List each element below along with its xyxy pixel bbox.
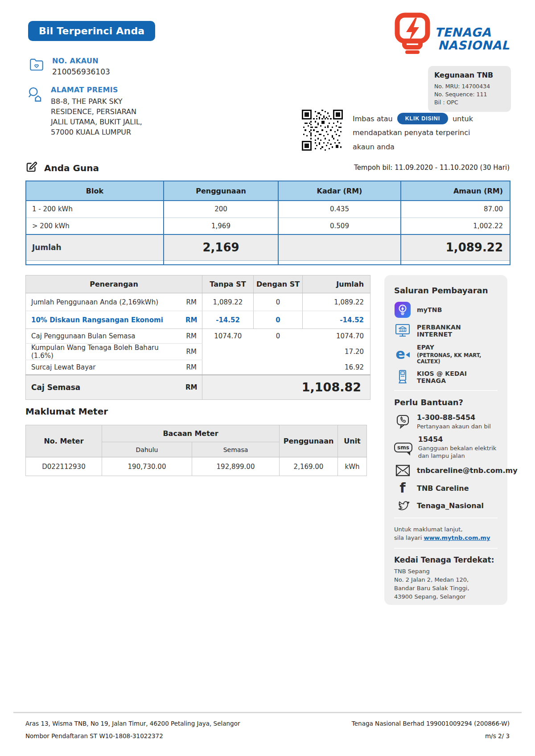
premise-address-line: JALIL UTAMA, BUKIT JALIL,	[51, 117, 142, 127]
usage-total-kwh: 2,169	[164, 234, 278, 260]
charge-row: Jumlah Penggunaan Anda (2,169kWh) RM 1,0…	[26, 293, 370, 311]
usage-total-row: Jumlah 2,169 1,089.22	[26, 234, 510, 260]
col-semasa: Semasa	[192, 442, 280, 457]
scan-note-pre: Imbas atau	[353, 115, 393, 123]
footer-address: Aras 13, Wisma TNB, No 19, Jalan Timur, …	[25, 717, 240, 730]
premise-address-line: RESIDENCE, PERSIARAN	[51, 107, 142, 117]
meter-table: No. Meter Bacaan Meter Penggunaan Unit D…	[25, 425, 367, 476]
sequence-number: No. Sequence: 111	[434, 90, 505, 99]
bill-title-badge: Bil Terperinci Anda	[28, 21, 155, 41]
col-tanpa-st: Tanpa ST	[202, 275, 254, 293]
envelope-icon	[394, 464, 411, 477]
current-charges-row: Caj Semasa RM 1,108.82	[26, 375, 370, 400]
usage-total-label: Jumlah	[26, 234, 164, 260]
col-bacaan-meter: Bacaan Meter	[102, 425, 280, 442]
klik-disini-button[interactable]: KLIK DISINI	[397, 113, 448, 124]
footer-registration: Nombor Pendaftaran ST W10-1808-31022372	[25, 730, 240, 742]
col-kadar: Kadar (RM)	[278, 181, 401, 201]
meter-number: D022112930	[26, 457, 102, 476]
help-item-facebook: f TNB Careline	[394, 481, 498, 495]
search-home-icon	[27, 86, 44, 137]
bil-type: Bil : OPC	[434, 99, 505, 107]
tnb-usage-box: Kegunaan TNB No. MRU: 14700434 No. Seque…	[428, 66, 511, 112]
billing-period: Tempoh bil: 11.09.2020 - 11.10.2020 (30 …	[354, 164, 510, 172]
internet-banking-icon	[394, 323, 411, 338]
store-line: 43900 Sepang, Selangor	[394, 592, 498, 601]
payment-item-epay: e EPAY (PETRONAS, KK MART, CALTEX)	[394, 343, 498, 365]
mru-number: No. MRU: 14700434	[434, 82, 505, 90]
meter-data-row: D022112930 190,730.00 192,899.00 2,169.0…	[26, 457, 367, 476]
charge-row: Caj Penggunaan Bulan Semasa RM 1074.70 0…	[26, 329, 370, 344]
col-amaun: Amaun (RM)	[401, 181, 510, 201]
help-item-sms: sms 15454 Gangguan bekalan elektrik dan …	[394, 435, 498, 460]
scan-note: Imbas atau KLIK DISINI untuk mendapatkan…	[353, 111, 482, 154]
current-charges-label: Caj Semasa	[26, 375, 181, 400]
qr-code	[302, 110, 343, 151]
page-footer: Aras 13, Wisma TNB, No 19, Jalan Timur, …	[13, 712, 522, 742]
epay-partners: (PETRONAS, KK MART, CALTEX)	[417, 352, 498, 365]
help-item-twitter: Tenaga_Nasional	[394, 500, 498, 512]
bill-page: Bil Terperinci Anda TENAGA NASIONAL NO. …	[0, 0, 535, 756]
col-no-meter: No. Meter	[26, 425, 102, 457]
col-dengan-st: Dengan ST	[254, 275, 303, 293]
careline-number: 1-300-88-5454	[417, 413, 491, 422]
premise-block: ALAMAT PREMIS B8-8, THE PARK SKY RESIDEN…	[27, 86, 142, 137]
footer-left: Aras 13, Wisma TNB, No 19, Jalan Timur, …	[25, 717, 240, 742]
col-unit: Unit	[338, 425, 367, 457]
usage-row: > 200 kWh 1,969 0.509 1,002.22	[26, 218, 510, 234]
charges-header-row: Penerangan Tanpa ST Dengan ST Jumlah	[26, 275, 370, 293]
footer-right: Tenaga Nasional Berhad 199001009294 (200…	[352, 717, 510, 742]
facebook-handle: TNB Careline	[417, 484, 469, 493]
col-meter-penggunaan: Penggunaan	[280, 425, 338, 457]
mytnb-app-icon	[394, 301, 411, 318]
store-line: No. 2 Jalan 2, Medan 120,	[394, 575, 498, 584]
meter-header-row: No. Meter Bacaan Meter Penggunaan Unit	[26, 425, 367, 442]
account-number: 210056936103	[52, 67, 110, 76]
meter-unit: kWh	[338, 457, 367, 476]
usage-total-amount: 1,089.22	[401, 234, 510, 260]
charges-table: Penerangan Tanpa ST Dengan ST Jumlah Jum…	[25, 275, 370, 400]
folder-heart-icon	[28, 57, 45, 76]
tnb-usage-title: Kegunaan TNB	[434, 71, 505, 79]
meter-section-title: Maklumat Meter	[25, 406, 108, 417]
mytnb-link[interactable]: www.mytnb.com.my	[424, 534, 490, 541]
discount-row: 10% Diskaun Rangsangan Ekonomi RM -14.52…	[26, 311, 370, 329]
footer-page-number: m/s 2/ 3	[352, 730, 510, 742]
more-info-note: Untuk maklumat lanjut, sila layari www.m…	[394, 525, 498, 542]
col-penggunaan: Penggunaan	[164, 181, 278, 201]
meter-previous-reading: 190,730.00	[102, 457, 192, 476]
sidebar-divider	[394, 518, 498, 518]
help-item-email: tnbcareline@tnb.com.my	[394, 464, 498, 477]
sidebar-divider	[394, 390, 498, 391]
scan-note-line2: mendapatkan penyata terperinci	[353, 126, 482, 140]
payment-channels-title: Saluran Pembayaran	[394, 286, 498, 295]
usage-table: Blok Penggunaan Kadar (RM) Amaun (RM) 1 …	[25, 181, 510, 265]
tnb-logo: TENAGA NASIONAL	[394, 12, 510, 56]
sms-bubble-icon: sms	[394, 443, 412, 452]
sidebar-panel: Saluran Pembayaran myTNB	[384, 275, 507, 605]
kiosk-icon	[394, 370, 411, 384]
payment-item-kios: KIOS @ KEDAI TENAGA	[394, 370, 498, 384]
twitter-handle: Tenaga_Nasional	[417, 501, 484, 510]
usage-row: 1 - 200 kWh 200 0.435 87.00	[26, 201, 510, 218]
nearest-store-title: Kedai Tenaga Terdekat:	[394, 555, 498, 564]
epay-icon: e	[394, 347, 411, 361]
col-blok: Blok	[26, 181, 164, 201]
store-line: TNB Sepang	[394, 567, 498, 575]
premise-address-line: 57000 KUALA LUMPUR	[51, 127, 142, 137]
meter-usage: 2,169.00	[280, 457, 338, 476]
footer-company: Tenaga Nasional Berhad 199001009294 (200…	[352, 717, 510, 730]
payment-item-internet-banking: PERBANKAN INTERNET	[394, 323, 498, 338]
payment-item-mytnb: myTNB	[394, 301, 498, 318]
scan-note-line3: akaun anda	[353, 140, 482, 154]
meter-current-reading: 192,899.00	[192, 457, 280, 476]
usage-section-header: Anda Guna	[25, 161, 99, 175]
charge-row: Surcaj Lewat Bayar RM 16.92	[26, 360, 370, 375]
help-item-phone: 1-300-88-5454 Pertanyaan akaun dan bil	[394, 413, 498, 430]
col-penerangan: Penerangan	[26, 275, 202, 293]
premise-label: ALAMAT PREMIS	[51, 86, 142, 94]
tnb-logo-wordmark: TENAGA NASIONAL	[435, 26, 510, 56]
tnb-bulb-icon	[394, 12, 431, 56]
charge-row: Kumpulan Wang Tenaga Boleh Baharu (1.6%)…	[26, 344, 370, 360]
careline-email[interactable]: tnbcareline@tnb.com.my	[417, 466, 518, 475]
